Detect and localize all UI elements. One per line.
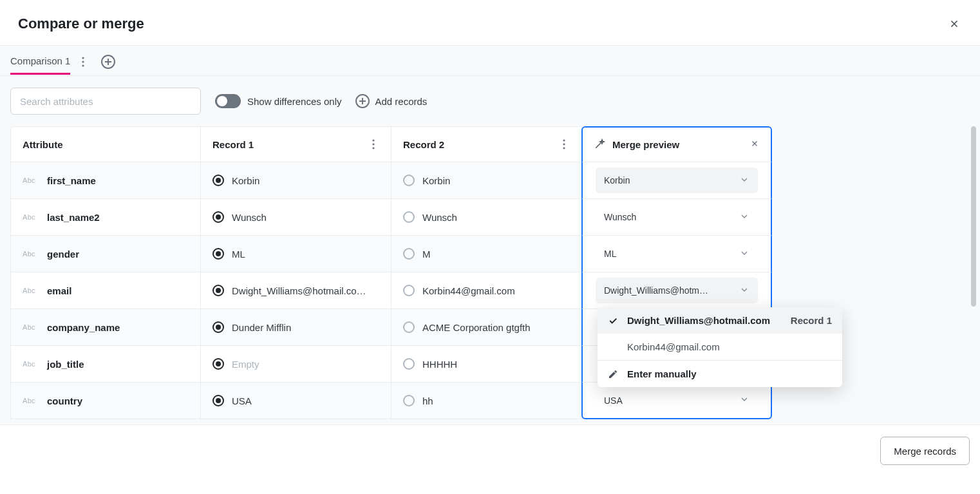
record2-cell: ACME Corporation gtgfth xyxy=(391,309,582,346)
table-row: AbcgenderMLMML xyxy=(10,236,970,272)
merge-preview-select[interactable]: Wunsch xyxy=(596,204,758,230)
record1-value: ML xyxy=(232,249,245,260)
record1-value: Korbin xyxy=(232,175,259,186)
radio-button[interactable] xyxy=(212,321,224,333)
wand-icon xyxy=(594,138,606,151)
attr-type-label: Abc xyxy=(23,287,39,294)
radio-button[interactable] xyxy=(212,211,224,223)
radio-button[interactable] xyxy=(403,211,415,223)
plus-circle-icon xyxy=(355,94,370,108)
table-row: AbccountryUSAhhUSA xyxy=(10,383,970,419)
radio-button[interactable] xyxy=(212,175,224,186)
record2-cell: HHHHH xyxy=(391,346,582,383)
radio-button[interactable] xyxy=(403,175,415,186)
svg-point-1 xyxy=(82,61,84,62)
col-attribute-label: Attribute xyxy=(23,139,63,150)
table-area: Attribute Record 1 Record 2 xyxy=(0,126,980,424)
pencil-icon xyxy=(608,369,619,379)
col-attribute-header: Attribute xyxy=(10,126,201,162)
dropdown-option[interactable]: Dwight_Williams@hotmail.com Record 1 xyxy=(598,307,842,334)
radio-button[interactable] xyxy=(212,248,224,260)
attr-type-label: Abc xyxy=(23,213,39,221)
attr-type-label: Abc xyxy=(23,176,39,184)
record1-cell: Empty xyxy=(201,346,391,383)
record2-cell: Korbin44@gmail.com xyxy=(391,272,582,309)
attribute-cell: Abcgender xyxy=(10,236,201,272)
radio-button[interactable] xyxy=(212,358,224,370)
merge-preview-dropdown: Dwight_Williams@hotmail.com Record 1 Kor… xyxy=(598,307,842,387)
dropdown-option-record: Record 1 xyxy=(791,315,832,326)
toggle-switch[interactable] xyxy=(215,94,241,108)
record1-cell: Korbin xyxy=(201,162,391,199)
radio-button[interactable] xyxy=(212,395,224,406)
col-merge-preview-label: Merge preview xyxy=(612,139,679,150)
attribute-cell: Abcemail xyxy=(10,272,201,309)
merge-preview-value: USA xyxy=(604,395,734,406)
check-icon xyxy=(608,316,619,326)
preview-close-icon[interactable] xyxy=(750,139,759,150)
attr-name: email xyxy=(47,285,71,296)
col-record2-label: Record 2 xyxy=(403,139,444,150)
attr-type-label: Abc xyxy=(23,323,39,331)
dropdown-option-value: Dwight_Williams@hotmail.com xyxy=(627,315,783,326)
merge-records-button[interactable]: Merge records xyxy=(880,437,970,465)
table-header-row: Attribute Record 1 Record 2 xyxy=(10,126,970,162)
record1-value: Dunder Mifflin xyxy=(232,322,291,333)
tab-add-icon[interactable] xyxy=(101,55,115,69)
modal-footer: Merge records xyxy=(0,424,980,477)
table-row: Abcfirst_nameKorbinKorbinKorbin xyxy=(10,162,970,199)
col-record1-label: Record 1 xyxy=(212,139,254,150)
record1-more-icon[interactable] xyxy=(368,139,379,149)
chevron-down-icon xyxy=(739,285,749,297)
search-input-wrap xyxy=(10,88,201,115)
dropdown-option[interactable]: Korbin44@gmail.com xyxy=(598,334,842,360)
toggle-label: Show differences only xyxy=(247,96,341,107)
merge-preview-cell: ML xyxy=(581,236,772,272)
attr-name: company_name xyxy=(47,322,120,333)
radio-button[interactable] xyxy=(212,285,224,296)
close-icon[interactable] xyxy=(947,16,962,32)
tab-comparison[interactable]: Comparison 1 xyxy=(10,55,70,75)
record2-cell: M xyxy=(391,236,582,272)
tab-bar: Comparison 1 xyxy=(0,46,980,75)
merge-preview-cell: Dwight_Williams@hotm… xyxy=(581,272,772,309)
dropdown-option-value: Korbin44@gmail.com xyxy=(627,341,832,352)
tab-more-icon[interactable] xyxy=(77,57,90,73)
merge-preview-value: Korbin xyxy=(604,175,734,185)
col-merge-preview-header: Merge preview xyxy=(581,126,772,162)
attribute-cell: Abccountry xyxy=(10,383,201,419)
svg-point-4 xyxy=(372,143,374,145)
search-input[interactable] xyxy=(20,96,191,107)
radio-button[interactable] xyxy=(403,321,415,333)
radio-button[interactable] xyxy=(403,395,415,406)
record2-value: ACME Corporation gtgfth xyxy=(422,322,531,333)
record1-cell: Dunder Mifflin xyxy=(201,309,391,346)
scrollbar[interactable] xyxy=(971,126,976,307)
radio-button[interactable] xyxy=(403,358,415,370)
merge-preview-cell: USA xyxy=(581,383,772,419)
record2-more-icon[interactable] xyxy=(558,139,570,149)
chevron-down-icon xyxy=(739,394,749,406)
merge-preview-select[interactable]: Korbin xyxy=(596,167,758,193)
record1-value: Wunsch xyxy=(232,212,267,223)
attr-name: first_name xyxy=(47,175,96,186)
modal-header: Compare or merge xyxy=(0,0,980,46)
merge-preview-select[interactable]: USA xyxy=(596,388,758,413)
merge-preview-select[interactable]: ML xyxy=(596,241,758,267)
radio-button[interactable] xyxy=(403,285,415,296)
add-records-button[interactable]: Add records xyxy=(355,94,427,108)
dropdown-enter-manually[interactable]: Enter manually xyxy=(598,361,842,387)
attr-name: gender xyxy=(47,249,79,260)
attr-type-label: Abc xyxy=(23,250,39,258)
svg-point-0 xyxy=(82,57,84,59)
attribute-cell: Abcjob_title xyxy=(10,346,201,383)
record1-value: Dwight_Williams@hotmail.co… xyxy=(232,285,366,296)
attr-type-label: Abc xyxy=(23,360,39,368)
attr-name: last_name2 xyxy=(47,212,100,223)
merge-preview-select[interactable]: Dwight_Williams@hotm… xyxy=(596,278,758,303)
merge-preview-cell: Korbin xyxy=(581,162,772,199)
record2-value: M xyxy=(422,249,431,260)
svg-point-7 xyxy=(563,143,565,145)
radio-button[interactable] xyxy=(403,248,415,260)
merge-preview-cell: Wunsch xyxy=(581,199,772,236)
